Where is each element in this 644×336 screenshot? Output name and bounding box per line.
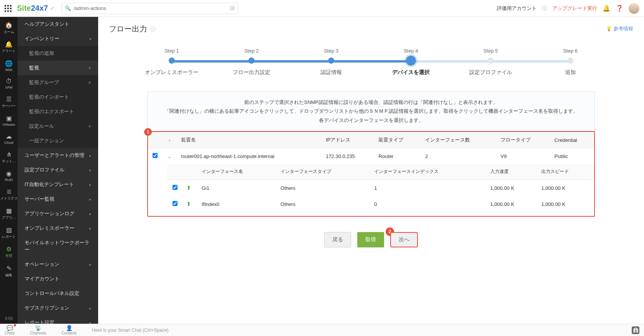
upgrade-link[interactable]: アップグレード実行	[552, 5, 597, 12]
back-button[interactable]: 戻る	[324, 232, 351, 247]
notifications-icon[interactable]: 🔔	[603, 5, 610, 12]
bottom-label: Channels	[30, 331, 46, 335]
column-header[interactable]: 出力スピード	[537, 164, 594, 180]
rail-item[interactable]: ☁Cloud	[0, 130, 18, 148]
sidebar-item[interactable]: IT自動化テンプレート▸	[18, 177, 98, 192]
sidebar-item-label: インベントリー	[25, 35, 59, 42]
plus-icon[interactable]: +	[88, 123, 91, 129]
rail-item[interactable]: ▣VMware	[0, 112, 18, 130]
sidebar-item[interactable]: サーバー監視▸	[18, 192, 98, 206]
expand-icon[interactable]: ⤢	[50, 6, 54, 11]
row-checkbox[interactable]	[172, 185, 177, 190]
rail-item[interactable]: ▧レポート	[0, 223, 18, 242]
sidebar-item[interactable]: サブスクリプション▸	[18, 301, 98, 315]
rail-item[interactable]: ◉RUM	[0, 167, 18, 185]
sidebar-item[interactable]: モバイルネットワークポーラー	[18, 236, 98, 257]
column-header[interactable]: 入力速度	[486, 164, 537, 180]
device-table-zone: 1 ›装置名IPアドレス装置タイプインターフェース数フロータイプCredenti…	[147, 131, 595, 217]
logo[interactable]: Site24x7	[17, 4, 48, 13]
smart-chat-hint[interactable]: Here is your Smart Chat (Ctrl+Space)	[92, 328, 169, 333]
sidebar-item[interactable]: 監視グループ+	[18, 75, 98, 90]
bottom-item[interactable]: 👤Contacts	[61, 325, 76, 335]
device-type: Router	[375, 148, 421, 164]
next-button[interactable]: 次へ	[390, 232, 418, 247]
rail-item[interactable]: ≣メトリクス	[0, 185, 18, 204]
sidebar-item[interactable]: インベントリー▾	[18, 31, 98, 46]
column-header[interactable]: インターフェース名	[198, 164, 277, 180]
chevron-icon: ▸	[89, 183, 91, 187]
row-checkbox[interactable]	[153, 153, 158, 158]
step[interactable]: Step 4デバイスを選択	[371, 48, 451, 76]
sidebar-item[interactable]: 監視のインポート	[18, 90, 98, 104]
rail-icon: ▦	[6, 207, 12, 214]
step-dot-icon	[248, 58, 255, 64]
rail-item[interactable]: ⏱APM	[0, 75, 18, 92]
column-header[interactable]: インターフェースタイプ	[277, 164, 370, 180]
chevron-icon: ▾	[89, 37, 91, 41]
row-checkbox[interactable]	[172, 201, 177, 206]
sidebar-item[interactable]: 監視+	[18, 61, 98, 75]
sidebar-item-label: 監視の追加	[29, 50, 54, 57]
sidebar-item-label: IT自動化テンプレート	[25, 181, 74, 188]
avatar[interactable]	[629, 3, 639, 14]
bottom-item[interactable]: 📡Channels	[30, 325, 46, 335]
sidebar-item-label: 設定プロファイル	[25, 166, 64, 173]
sidebar-item[interactable]: ヘルプアシスタント	[18, 17, 98, 31]
fetch-button[interactable]: 取得	[357, 232, 384, 247]
rail-item[interactable]: ✎編集	[0, 262, 18, 281]
step[interactable]: Step 1オンプレミスポーラー	[132, 48, 212, 76]
sidebar-item[interactable]: オペレーション▸	[18, 257, 98, 272]
rail-label: ホーム	[4, 30, 14, 35]
rail-item[interactable]: 🔔アラート	[0, 38, 18, 57]
apps-grid-icon[interactable]	[5, 5, 12, 12]
step-number: Step 5	[483, 48, 498, 54]
step[interactable]: Step 5設定プロファイル	[451, 48, 531, 76]
sidebar-item-label: レポート設定	[25, 319, 54, 324]
sidebar-item[interactable]: オンプレミスポーラー▸	[18, 221, 98, 236]
sidebar-item-label: モバイルネットワークポーラー	[25, 239, 91, 253]
rail-item[interactable]: 🌐Web	[0, 57, 18, 75]
step-dot-icon	[169, 58, 175, 64]
sidebar-item[interactable]: コントロールパネル設定	[18, 286, 98, 301]
sidebar-item[interactable]: 一括アクション	[18, 133, 98, 148]
info-icon[interactable]: ⓘ	[542, 5, 547, 12]
sidebar-item[interactable]: レポート設定▸	[18, 315, 98, 324]
step[interactable]: Step 6追加	[531, 48, 610, 76]
sidebar-item[interactable]: 設定ルール+	[18, 119, 98, 133]
column-header[interactable]: インターフェース数	[421, 132, 496, 148]
column-header[interactable]: インターフェースインデックス	[370, 164, 486, 180]
column-header[interactable]: 装置名	[177, 132, 322, 148]
step[interactable]: Step 3認証情報	[291, 48, 371, 76]
rail-icon: 🌐	[5, 60, 13, 67]
rail-item[interactable]: 🏠ホーム	[0, 18, 18, 38]
sidebar-item[interactable]: アプリケーションログ▸	[18, 206, 98, 221]
rail-item[interactable]: ☰サーバー	[0, 92, 18, 112]
clear-search-icon[interactable]: ⓧ	[230, 5, 235, 12]
column-header[interactable]: IPアドレス	[322, 132, 375, 148]
column-header[interactable]: 装置タイプ	[375, 132, 421, 148]
sidebar-item[interactable]: 設定プロファイル▸	[18, 163, 98, 177]
plus-icon[interactable]: +	[88, 65, 91, 71]
column-header[interactable]: フロータイプ	[497, 132, 551, 148]
step[interactable]: Step 2フロー出力設定	[212, 48, 291, 76]
sidebar-item[interactable]: 監視のエクスポート	[18, 104, 98, 119]
reference-link[interactable]: 参考情報	[606, 25, 633, 32]
svg-rect-2	[10, 5, 12, 7]
title-info-icon[interactable]: ⓘ	[150, 26, 156, 33]
sidebar-item-label: ヘルプアシスタント	[25, 21, 69, 28]
rail-item[interactable]: ▦アプリ…	[0, 204, 18, 223]
bottom-item[interactable]: 💬Chats	[5, 325, 15, 335]
plus-icon[interactable]: +	[88, 79, 91, 86]
rail-item[interactable]: ⚙管理	[0, 242, 18, 262]
expand-all-icon[interactable]: ›	[162, 132, 177, 148]
collapse-icon[interactable]: ⌄	[162, 148, 177, 164]
search-input[interactable]	[62, 3, 238, 14]
sidebar-item[interactable]: 監視の追加	[18, 46, 98, 61]
if-name: Gi1	[198, 180, 277, 196]
admin-badge-icon[interactable]: 👔	[632, 326, 639, 334]
help-icon[interactable]: ❓	[616, 5, 623, 12]
sidebar-item[interactable]: ユーザーとアラートの管理▸	[18, 148, 98, 163]
column-header[interactable]: Credential	[550, 132, 594, 148]
sidebar-item[interactable]: マイアカウント	[18, 272, 98, 286]
rail-item[interactable]: ⋔ネット…	[0, 148, 18, 167]
